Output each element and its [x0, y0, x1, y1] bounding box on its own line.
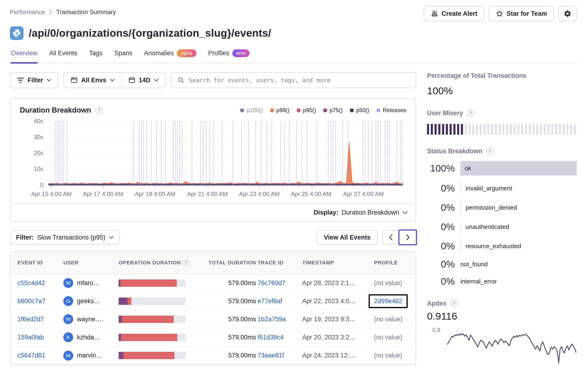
transactions-filter-value: Slow Transactions (p95) [37, 234, 105, 241]
help-icon[interactable]: ? [467, 109, 474, 117]
tab-label: Spans [114, 50, 133, 57]
trace-id-link[interactable]: 76c760d7 [258, 279, 285, 287]
status-percent: 0% [427, 183, 455, 194]
timestamp-cell: Apr 22, 2023 4:0… [302, 298, 374, 305]
date-range-dropdown[interactable]: 14D [121, 73, 166, 88]
operation-duration-bar [119, 334, 186, 341]
status-label: not_found [461, 261, 577, 268]
column-header-user[interactable]: USER [63, 260, 119, 266]
profile-cell: 2d99e4b2 [374, 294, 409, 308]
avatar: M [63, 351, 73, 360]
legend-item-p50[interactable]: p50() [350, 107, 369, 113]
header-actions: Create Alert Star for Team [424, 6, 577, 21]
window-icon [71, 77, 78, 84]
tab-overview[interactable]: Overview [10, 47, 38, 63]
misery-bar [461, 124, 463, 135]
timestamp-cell: Apr 20, 2023 3:2… [302, 334, 374, 341]
tab-anomalies[interactable]: Anomaliesalpha [144, 47, 197, 63]
help-icon[interactable]: ? [450, 300, 458, 307]
user-misery-heading: User Misery [427, 110, 463, 117]
legend-item-p95[interactable]: p95() [297, 107, 316, 113]
page-title: /api/0/organizations/{organization_slug}… [29, 27, 271, 39]
column-header-total-duration[interactable]: TOTAL DURATION [200, 260, 258, 266]
trace-id-link[interactable]: 1b2a759a [258, 316, 286, 323]
status-label-text: invalid_argument [466, 185, 512, 192]
misery-bar [533, 124, 535, 135]
status-label-text: permission_denied [466, 204, 517, 211]
status-breakdown-section: Status Breakdown ? 100%ok0%invalid_argum… [427, 147, 577, 287]
misery-bar [446, 124, 448, 135]
status-percent: 0% [427, 276, 455, 287]
column-header-event-id[interactable]: EVENT ID [17, 260, 63, 266]
filter-lines-icon [17, 77, 24, 83]
next-page-button[interactable] [399, 231, 416, 244]
y-axis-label: 30s [34, 134, 43, 140]
op-segment-db [119, 298, 127, 305]
op-segment-db [119, 334, 121, 341]
legend-item-Releases[interactable]: Releases [376, 107, 406, 113]
previous-page-button[interactable] [383, 231, 399, 244]
create-alert-label: Create Alert [441, 10, 477, 17]
help-icon[interactable]: ? [183, 260, 189, 266]
column-header-label: TIMESTAMP [302, 260, 334, 266]
column-header-timestamp[interactable]: TIMESTAMP [302, 260, 374, 266]
tab-all-events[interactable]: All Events [49, 47, 78, 63]
user-name: mfaro… [77, 279, 100, 287]
display-value: Duration Breakdown [342, 209, 399, 216]
profile-id-link[interactable]: 2d99e4b2 [374, 298, 402, 305]
total-duration-cell: 579.00ms [200, 279, 258, 287]
column-header-profile[interactable]: PROFILE [374, 260, 409, 266]
help-icon[interactable]: ? [486, 147, 494, 155]
table-row: 159a0fabKkzhda…579.00msf61d38c4Apr 20, 2… [10, 328, 416, 346]
user-cell: Mmarvin… [63, 351, 119, 360]
trace-id-cell: e77ef6af [258, 298, 302, 305]
event-id-link[interactable]: b600c7a7 [17, 298, 45, 305]
transactions-filter-label: Filter: [16, 234, 34, 241]
tab-spans[interactable]: Spans [114, 47, 133, 63]
environment-dropdown[interactable]: All Envs [64, 73, 121, 88]
operation-duration-cell [119, 316, 200, 323]
chart-title: Duration Breakdown [20, 106, 91, 114]
trace-id-link[interactable]: 73aae81f [258, 352, 284, 359]
create-alert-button[interactable]: Create Alert [424, 6, 484, 21]
misery-bar [465, 124, 467, 135]
tab-profiles[interactable]: Profilesbeta [208, 47, 250, 63]
env-date-group: All Envs 14D [63, 72, 166, 88]
misery-bar [472, 124, 474, 135]
legend-item-p100[interactable]: p100() [240, 107, 263, 113]
legend-item-p99[interactable]: p99() [270, 107, 290, 113]
transactions-filter-dropdown[interactable]: Filter: Slow Transactions (p95) [10, 230, 120, 244]
view-all-events-button[interactable]: View All Events [317, 230, 378, 244]
event-id-link[interactable]: c55c4d42 [17, 279, 45, 287]
breadcrumb-performance[interactable]: Performance [10, 9, 45, 16]
event-id-link[interactable]: 1f6ed2d7 [17, 316, 44, 323]
status-label-text: resource_exhausted [466, 243, 521, 250]
tab-tags[interactable]: Tags [89, 47, 103, 63]
misery-bar [525, 124, 527, 135]
settings-button[interactable] [558, 6, 577, 21]
column-header-trace-id[interactable]: TRACE ID [258, 260, 302, 266]
event-id-link[interactable]: 159a0fab [17, 334, 44, 341]
table-row: c55c4d42Mmfaro…579.00ms76c760d7Apr 28, 2… [10, 274, 416, 292]
top-bar: Performance Transaction Summary Create A… [10, 6, 577, 21]
star-for-team-button[interactable]: Star for Team [489, 6, 554, 21]
main-column: Filter All Envs [10, 72, 416, 369]
trace-id-link[interactable]: e77ef6af [258, 298, 282, 305]
x-axis-label: Apr 25 4:00 AM [291, 191, 331, 198]
misery-bar [547, 124, 550, 135]
user-name: geeks… [77, 298, 100, 305]
total-duration-cell: 579.00ms [200, 316, 258, 323]
operation-duration-bar [119, 298, 186, 305]
search-input[interactable] [189, 77, 410, 84]
legend-item-p75[interactable]: p75() [323, 107, 343, 113]
display-dropdown[interactable]: Display: Duration Breakdown [10, 203, 416, 221]
star-icon [496, 10, 503, 17]
column-header-operation-duration[interactable]: OPERATION DURATION? [119, 260, 200, 266]
event-id-link[interactable]: c5647d81 [17, 352, 45, 359]
help-icon[interactable]: ? [95, 107, 103, 114]
trace-id-link[interactable]: f61d38c4 [258, 334, 284, 341]
misery-bar [457, 124, 459, 135]
python-platform-icon [10, 26, 23, 40]
profile-no-value: (no value) [374, 316, 402, 323]
filter-dropdown[interactable]: Filter [10, 72, 58, 88]
